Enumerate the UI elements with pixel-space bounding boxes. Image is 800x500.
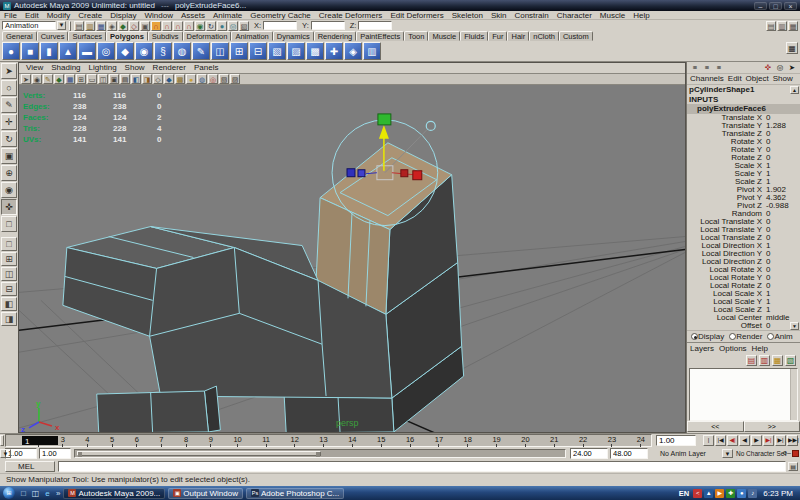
radio-icon[interactable]: [729, 333, 736, 340]
anim-end-field[interactable]: [610, 448, 648, 459]
create-layer-from-selected-icon[interactable]: ▥: [759, 355, 770, 366]
attribute-value[interactable]: 1: [766, 298, 800, 306]
menu-item[interactable]: Edit Deformers: [386, 11, 447, 19]
scale-tool[interactable]: ▣: [1, 148, 17, 164]
frame-tick[interactable]: 21: [550, 435, 558, 446]
shelf-tab[interactable]: Muscle: [428, 31, 460, 41]
tray-volume-icon[interactable]: ♪: [748, 489, 757, 498]
poly-cylinder-icon[interactable]: ▮: [40, 42, 58, 60]
layout-single-pane[interactable]: □: [1, 237, 17, 251]
mel-label[interactable]: MEL: [5, 461, 55, 472]
show-channel-box-icon[interactable]: ▦: [788, 21, 798, 31]
tray-update-icon[interactable]: ✚: [726, 489, 735, 498]
attribute-value[interactable]: 0: [766, 250, 800, 258]
last-tool-used[interactable]: □: [1, 216, 17, 232]
mode-radio[interactable]: Anim: [767, 332, 792, 341]
extrude-icon[interactable]: ✚: [325, 42, 343, 60]
frame-tick[interactable]: 22: [579, 435, 587, 446]
lock-camera-icon[interactable]: ◉: [32, 74, 42, 84]
film-gate-icon[interactable]: ▭: [87, 74, 97, 84]
safe-action-icon[interactable]: ◧: [131, 74, 141, 84]
paint-select-tool[interactable]: ✎: [1, 97, 17, 113]
go-to-start-button[interactable]: |◀◀: [703, 435, 714, 446]
layer-list-scrollbar[interactable]: [790, 369, 797, 420]
select-camera-icon[interactable]: ➤: [21, 74, 31, 84]
shadows-icon[interactable]: ◍: [197, 74, 207, 84]
frame-tick[interactable]: 4: [85, 435, 89, 446]
current-time-field[interactable]: [656, 435, 696, 446]
frame-tick[interactable]: 17: [435, 435, 443, 446]
frame-tick[interactable]: 16: [406, 435, 414, 446]
shelf-tab[interactable]: Custom: [559, 31, 593, 41]
menu-item[interactable]: Constrain: [510, 11, 552, 19]
safe-title-icon[interactable]: ◨: [142, 74, 152, 84]
open-scene-icon[interactable]: ▥: [85, 21, 95, 31]
go-to-end-button[interactable]: ▶▶|: [787, 435, 798, 446]
poly-cone-icon[interactable]: ▲: [59, 42, 77, 60]
menu-item[interactable]: Skeleton: [448, 11, 487, 19]
playback-start-field[interactable]: [39, 448, 71, 459]
frame-tick[interactable]: 12: [291, 435, 299, 446]
channel-list-icon[interactable]: ≡: [690, 63, 700, 73]
poly-pipe-icon[interactable]: ◉: [135, 42, 153, 60]
shelf-tab[interactable]: nCloth: [529, 31, 559, 41]
save-scene-icon[interactable]: ▦: [96, 21, 106, 31]
radio-icon[interactable]: [691, 333, 698, 340]
window-switcher-icon[interactable]: ◫: [30, 488, 41, 499]
attribute-value[interactable]: middle: [766, 314, 800, 322]
mirror-geometry-icon[interactable]: ◫: [211, 42, 229, 60]
snap-to-view-plane-icon[interactable]: ∩: [184, 21, 194, 31]
layers-menu-item[interactable]: Help: [752, 344, 768, 353]
step-forward-key-button[interactable]: ▶|: [763, 435, 774, 446]
frame-tick[interactable]: 10: [233, 435, 241, 446]
split-polygon-icon[interactable]: ▧: [268, 42, 286, 60]
attribute-value[interactable]: 1: [766, 290, 800, 298]
script-editor-icon[interactable]: ▤: [788, 462, 798, 471]
z-coord-input[interactable]: [358, 21, 392, 30]
ipr-render-icon[interactable]: ◎: [228, 21, 238, 31]
anim-layer-dropdown-icon[interactable]: ▼: [0, 449, 11, 458]
close-button[interactable]: ×: [784, 2, 797, 10]
menu-set-select[interactable]: Animation: [2, 21, 56, 30]
manipulator-pole-handle[interactable]: [426, 121, 435, 130]
attribute-value[interactable]: 0: [766, 282, 800, 290]
poly-cube-icon[interactable]: ■: [21, 42, 39, 60]
playback-end-field[interactable]: [570, 448, 608, 459]
select-mask-icon[interactable]: ▣: [140, 21, 150, 31]
panel-menu-item[interactable]: Panels: [191, 63, 221, 73]
frame-tick[interactable]: 11: [262, 435, 270, 446]
viewport-canvas[interactable]: y x z persp Verts: 116 116 0: [19, 85, 685, 432]
poly-plane-icon[interactable]: ▬: [78, 42, 96, 60]
poly-prism-icon[interactable]: ◆: [116, 42, 134, 60]
range-slider-track[interactable]: [74, 449, 566, 458]
layers-menu-item[interactable]: Options: [719, 344, 747, 353]
taskbar-button[interactable]: Ps Adobe Photoshop C...: [246, 488, 344, 499]
attribute-value[interactable]: 0: [766, 210, 800, 218]
time-slider-splitter[interactable]: [0, 435, 4, 446]
shelf-tab[interactable]: Polygons: [106, 31, 148, 41]
sculpt-tool-icon[interactable]: ✎: [192, 42, 210, 60]
layout-hypergraph[interactable]: ◨: [1, 312, 17, 326]
clock[interactable]: 6:23 PM: [763, 489, 793, 498]
scroll-up-icon[interactable]: ▲: [790, 86, 799, 94]
bridge-icon[interactable]: ▥: [363, 42, 381, 60]
snap-to-point-icon[interactable]: ∩: [173, 21, 183, 31]
camera-attributes-icon[interactable]: ✎: [43, 74, 53, 84]
layout-persp-outliner[interactable]: ◧: [1, 297, 17, 311]
panel-menu-item[interactable]: Renderer: [150, 63, 189, 73]
quick-launch-overflow-icon[interactable]: »: [56, 489, 60, 498]
character-set-select[interactable]: No Character Set: [736, 450, 786, 457]
restore-button[interactable]: □: [769, 2, 782, 10]
speed-settings-icon[interactable]: ➤: [787, 63, 797, 73]
radio-icon[interactable]: [767, 333, 774, 340]
character-set-dropdown-icon[interactable]: ▼: [722, 449, 733, 458]
shelf-tab[interactable]: Toon: [404, 31, 428, 41]
play-backwards-button[interactable]: ◀: [739, 435, 750, 446]
range-end-handle[interactable]: [316, 452, 320, 457]
texture-borders-icon[interactable]: ▨: [230, 74, 240, 84]
lighting-mode-icon[interactable]: ●: [186, 74, 196, 84]
shape-node-name[interactable]: pCylinderShape1 ▲: [687, 85, 800, 95]
attribute-value[interactable]: 0: [766, 130, 800, 138]
extrude-handle[interactable]: [378, 114, 391, 125]
menu-item[interactable]: Window: [141, 11, 177, 19]
